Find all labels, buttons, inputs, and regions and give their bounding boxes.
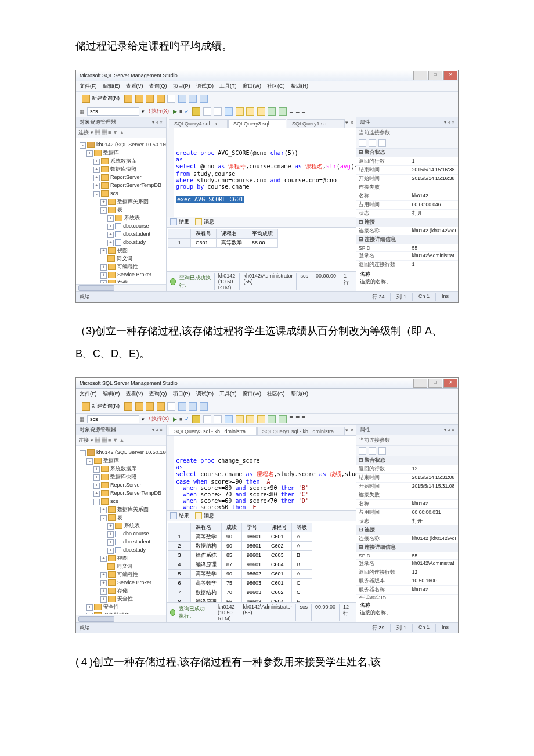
editor-tab[interactable]: SQLQuery4.sql - kh...Administrator (53)) bbox=[169, 119, 228, 128]
tree-node[interactable]: +dbo.course bbox=[80, 222, 166, 230]
tree-node[interactable]: +系统表 bbox=[80, 521, 166, 530]
menu-item[interactable]: 项目(P) bbox=[173, 391, 190, 397]
sql-toolbar[interactable]: ▦ scs ▾ ! 执行(X) ▶ ■ ✓ ≣ ≣ ≣ bbox=[76, 414, 458, 425]
new-query-button[interactable]: 新建查询(N) bbox=[80, 401, 122, 412]
tree-node[interactable]: +可编程性 bbox=[80, 570, 166, 578]
minimize-button[interactable]: — bbox=[413, 379, 427, 388]
tree-node[interactable]: +存储 bbox=[80, 586, 166, 595]
tree-node[interactable]: 同义词 bbox=[80, 562, 166, 570]
tree-node[interactable]: +数据库关系图 bbox=[80, 197, 166, 206]
editor-tab[interactable]: SQLQuery3.sql - kh...dministrator (55))* bbox=[228, 119, 286, 128]
table-row[interactable]: 7数据结构7098603C602C bbox=[168, 588, 312, 597]
tree-node[interactable]: +数据库关系图 bbox=[80, 505, 166, 513]
menu-item[interactable]: 调试(D) bbox=[196, 391, 214, 397]
property-row[interactable]: 名称kh0142 bbox=[356, 192, 458, 201]
tree-node[interactable]: +Service Broker bbox=[80, 271, 166, 279]
tree-node[interactable]: +ReportServerTempDB bbox=[80, 489, 166, 497]
tree-node[interactable]: +dbo.study bbox=[80, 238, 166, 246]
object-explorer-header[interactable]: 对象资源管理器 ▾ 4 × bbox=[76, 425, 166, 435]
editor-tabs[interactable]: SQLQuery3.sql - kh...dministrator (55))*… bbox=[167, 425, 356, 436]
property-row[interactable]: 返回的行数1 bbox=[356, 157, 458, 166]
menu-item[interactable]: 窗口(W) bbox=[243, 83, 262, 89]
property-row[interactable]: 开始时间2015/5/14 15:31:08 bbox=[356, 483, 458, 491]
maximize-button[interactable]: □ bbox=[428, 379, 442, 388]
property-section[interactable]: ⊟ 连接详细信息 bbox=[356, 543, 458, 552]
toolbar-icons[interactable] bbox=[124, 95, 208, 103]
property-section[interactable]: ⊟ 聚合状态 bbox=[356, 456, 458, 465]
property-row[interactable]: 登录名kh0142\Administrat bbox=[356, 252, 458, 261]
property-row[interactable]: 占用时间00:00:00.031 bbox=[356, 509, 458, 517]
tree-node[interactable]: -scs bbox=[80, 497, 166, 505]
table-row[interactable]: 4编译原理8798601C604B bbox=[168, 560, 312, 569]
editor-tab[interactable]: SQLQuery3.sql - kh...dministrator (55))* bbox=[169, 427, 257, 435]
tab-dropdown-icon[interactable]: ▾ bbox=[345, 427, 348, 433]
tab-close-icon[interactable]: × bbox=[351, 427, 353, 433]
property-section[interactable]: ⊟ 连接 bbox=[356, 218, 458, 227]
close-button[interactable]: ✕ bbox=[443, 379, 457, 388]
tree-node[interactable]: -表 bbox=[80, 206, 166, 214]
tree-node[interactable]: 同义词 bbox=[80, 254, 166, 262]
table-row[interactable]: 5高等数学9098602C601A bbox=[168, 569, 312, 578]
object-explorer-header[interactable]: 对象资源管理器 ▾ 4 × bbox=[76, 117, 166, 128]
database-selector[interactable]: scs bbox=[87, 107, 139, 116]
property-row[interactable]: 返回的连接行数1 bbox=[356, 261, 458, 268]
object-explorer-toolbar[interactable]: 连接 ▾ ▦ ▦ ■ ▼ ▲ bbox=[76, 128, 166, 138]
alphabetical-icon[interactable] bbox=[369, 139, 376, 147]
tree-node[interactable]: +服务器对象 bbox=[80, 611, 166, 614]
tree-node[interactable]: +视图 bbox=[80, 554, 166, 562]
sql-toolbar[interactable]: ▦ scs ▾ ! 执行(X) ▶ ■ ✓ ≣ ≣ ≣ bbox=[76, 106, 458, 117]
editor-tabs[interactable]: SQLQuery4.sql - kh...Administrator (53))… bbox=[167, 117, 356, 128]
new-query-button[interactable]: 新建查询(N) bbox=[80, 93, 122, 104]
tree-node[interactable]: +数据库快照 bbox=[80, 473, 166, 481]
tree-node[interactable]: +安全性 bbox=[80, 603, 166, 611]
property-section[interactable]: ⊟ 聚合状态 bbox=[356, 149, 458, 157]
tree-node[interactable]: +视图 bbox=[80, 246, 166, 254]
tab-dropdown-icon[interactable]: ▾ bbox=[345, 120, 348, 125]
property-row[interactable]: 状态打开 bbox=[356, 517, 458, 526]
menu-item[interactable]: 调试(D) bbox=[196, 83, 214, 89]
editor-tab[interactable]: SQLQuery1.sql - kh...dministrator (52))* bbox=[287, 119, 345, 128]
database-selector[interactable]: scs bbox=[87, 415, 139, 423]
execute-button[interactable]: ! 执行(X) bbox=[147, 107, 171, 115]
messages-tab[interactable]: 消息 bbox=[195, 512, 214, 520]
object-tree[interactable]: -kh0142 (SQL Server 10.50.1600 - kh0142\… bbox=[76, 138, 166, 283]
property-section[interactable]: ⊟ 连接 bbox=[356, 526, 458, 535]
property-row[interactable]: 状态打开 bbox=[356, 210, 458, 218]
menu-item[interactable]: 编辑(E) bbox=[103, 391, 120, 397]
menu-item[interactable]: 帮助(H) bbox=[291, 83, 309, 89]
tree-node[interactable]: +数据库 bbox=[80, 149, 166, 157]
menu-item[interactable]: 查询(Q) bbox=[149, 83, 167, 89]
editor-tab[interactable]: SQLQuery1.sql - kh...dministrator (52))* bbox=[257, 427, 345, 435]
property-row[interactable]: 连接失败 bbox=[356, 491, 458, 500]
property-row[interactable]: 名称kh0142 bbox=[356, 500, 458, 509]
properties-grid[interactable]: ⊟ 聚合状态返回的行数1结束时间2015/5/14 15:16:38开始时间20… bbox=[356, 149, 458, 268]
tree-node[interactable]: +dbo.course bbox=[80, 530, 166, 538]
property-row[interactable]: 连接名称kh0142 (kh0142\Adr bbox=[356, 535, 458, 543]
close-button[interactable]: ✕ bbox=[443, 71, 457, 80]
menu-item[interactable]: 工具(T) bbox=[219, 83, 237, 89]
results-tab[interactable]: 结果 bbox=[170, 512, 189, 520]
tree-node[interactable]: +ReportServer bbox=[80, 173, 166, 181]
results-tab[interactable]: 结果 bbox=[170, 218, 189, 226]
tree-node[interactable]: +系统数据库 bbox=[80, 157, 166, 165]
main-toolbar[interactable]: 新建查询(N) bbox=[76, 92, 458, 106]
menu-item[interactable]: 工具(T) bbox=[219, 391, 237, 397]
table-row[interactable]: 2数据结构9098601C602A bbox=[168, 541, 312, 550]
property-row[interactable]: 服务器版本10.50.1600 bbox=[356, 577, 458, 586]
menu-item[interactable]: 帮助(H) bbox=[291, 391, 309, 397]
messages-tab[interactable]: 消息 bbox=[195, 218, 214, 226]
properties-toolbar[interactable] bbox=[356, 138, 458, 149]
menu-item[interactable]: 社区(C) bbox=[267, 391, 285, 397]
properties-grid[interactable]: ⊟ 聚合状态返回的行数12结束时间2015/5/14 15:31:08开始时间2… bbox=[356, 456, 458, 599]
results-grid[interactable]: 课程号课程名平均成绩1C601高等数学88.00 bbox=[167, 228, 356, 271]
menu-bar[interactable]: 文件(F)编辑(E)查看(V)查询(Q)项目(P)调试(D)工具(T)窗口(W)… bbox=[76, 81, 458, 92]
property-row[interactable]: 返回的行数12 bbox=[356, 465, 458, 474]
property-row[interactable]: 返回的连接行数12 bbox=[356, 568, 458, 577]
result-tabs[interactable]: 结果 消息 bbox=[167, 511, 356, 521]
table-row[interactable]: 6高等数学7598603C601C bbox=[168, 578, 312, 588]
menu-item[interactable]: 查看(V) bbox=[126, 83, 143, 89]
table-row[interactable]: 1C601高等数学88.00 bbox=[168, 238, 278, 247]
menu-item[interactable]: 查询(Q) bbox=[149, 391, 167, 397]
column-header[interactable]: 课程号 bbox=[266, 523, 292, 532]
categorized-icon[interactable] bbox=[359, 139, 366, 147]
